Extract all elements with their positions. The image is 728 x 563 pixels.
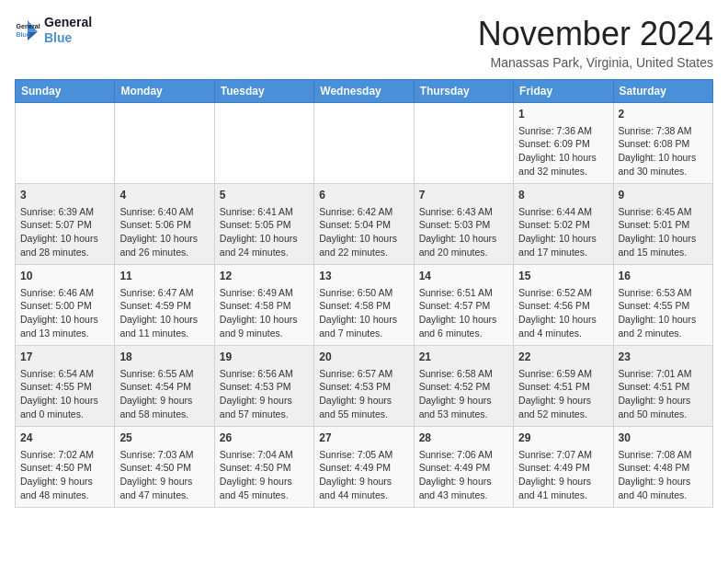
day-info: Daylight: 10 hours and 22 minutes. — [319, 232, 408, 259]
day-info: Daylight: 9 hours and 44 minutes. — [319, 475, 408, 501]
calendar-body: 1Sunrise: 7:36 AMSunset: 6:09 PMDaylight… — [16, 103, 713, 508]
day-info: Sunrise: 6:44 AM — [518, 205, 608, 219]
calendar-cell: 13Sunrise: 6:50 AMSunset: 4:58 PMDayligh… — [314, 265, 414, 346]
svg-text:Blue: Blue — [17, 31, 30, 38]
day-info: Sunset: 5:01 PM — [619, 218, 708, 232]
day-number: 9 — [619, 188, 708, 203]
calendar-cell: 17Sunrise: 6:54 AMSunset: 4:55 PMDayligh… — [16, 346, 115, 427]
logo: General Blue General Blue — [15, 15, 92, 46]
weekday-header-sunday: Sunday — [16, 80, 115, 103]
day-number: 11 — [119, 269, 209, 284]
day-number: 25 — [119, 431, 209, 446]
day-info: Sunrise: 7:38 AM — [619, 124, 708, 138]
day-number: 12 — [220, 269, 309, 284]
day-info: Daylight: 10 hours and 7 minutes. — [319, 313, 408, 339]
day-info: Daylight: 9 hours and 58 minutes. — [119, 394, 209, 420]
day-info: Sunrise: 6:53 AM — [619, 286, 708, 300]
calendar-cell — [214, 103, 313, 184]
day-info: Daylight: 10 hours and 20 minutes. — [419, 232, 508, 259]
day-info: Sunrise: 6:42 AM — [319, 205, 408, 219]
day-info: Daylight: 9 hours and 40 minutes. — [619, 475, 708, 501]
logo-text-line2: Blue — [44, 30, 92, 46]
weekday-header-saturday: Saturday — [613, 80, 712, 103]
calendar-cell — [115, 103, 214, 184]
day-info: Daylight: 10 hours and 13 minutes. — [20, 313, 109, 339]
day-info: Daylight: 9 hours and 43 minutes. — [419, 475, 508, 501]
day-info: Daylight: 9 hours and 52 minutes. — [518, 394, 608, 420]
day-info: Sunrise: 7:05 AM — [319, 448, 408, 462]
day-info: Daylight: 10 hours and 28 minutes. — [20, 232, 109, 259]
day-info: Sunset: 6:09 PM — [518, 137, 608, 151]
calendar-cell: 10Sunrise: 6:46 AMSunset: 5:00 PMDayligh… — [16, 265, 115, 346]
weekday-header-monday: Monday — [115, 80, 214, 103]
calendar-cell: 23Sunrise: 7:01 AMSunset: 4:51 PMDayligh… — [613, 346, 712, 427]
day-info: Daylight: 10 hours and 32 minutes. — [518, 151, 608, 178]
day-info: Sunset: 4:49 PM — [518, 461, 608, 475]
day-info: Sunset: 4:49 PM — [419, 461, 508, 475]
day-info: Daylight: 9 hours and 57 minutes. — [220, 394, 309, 420]
day-number: 19 — [220, 350, 309, 365]
day-number: 20 — [319, 350, 408, 365]
page-header: General Blue General Blue November 2024 … — [15, 15, 713, 70]
weekday-header-wednesday: Wednesday — [314, 80, 414, 103]
day-info: Sunrise: 6:59 AM — [518, 367, 608, 381]
calendar-cell: 16Sunrise: 6:53 AMSunset: 4:55 PMDayligh… — [613, 265, 712, 346]
calendar-cell: 7Sunrise: 6:43 AMSunset: 5:03 PMDaylight… — [414, 184, 513, 265]
calendar-cell: 12Sunrise: 6:49 AMSunset: 4:58 PMDayligh… — [214, 265, 313, 346]
day-number: 5 — [220, 188, 309, 203]
day-number: 18 — [119, 350, 209, 365]
day-info: Daylight: 10 hours and 11 minutes. — [119, 313, 209, 339]
day-info: Sunrise: 7:36 AM — [518, 124, 608, 138]
day-info: Sunset: 4:51 PM — [619, 380, 708, 394]
day-info: Sunrise: 7:02 AM — [20, 448, 109, 462]
calendar-cell: 19Sunrise: 6:56 AMSunset: 4:53 PMDayligh… — [214, 346, 313, 427]
calendar-header: SundayMondayTuesdayWednesdayThursdayFrid… — [16, 80, 713, 103]
day-info: Daylight: 9 hours and 47 minutes. — [119, 475, 209, 501]
day-info: Daylight: 10 hours and 6 minutes. — [419, 313, 508, 339]
weekday-header-friday: Friday — [514, 80, 613, 103]
calendar-cell: 24Sunrise: 7:02 AMSunset: 4:50 PMDayligh… — [16, 427, 115, 508]
calendar-cell: 28Sunrise: 7:06 AMSunset: 4:49 PMDayligh… — [414, 427, 513, 508]
day-info: Sunset: 4:53 PM — [319, 380, 408, 394]
logo-text-line1: General — [44, 15, 92, 30]
day-info: Sunset: 5:04 PM — [319, 218, 408, 232]
calendar-cell: 11Sunrise: 6:47 AMSunset: 4:59 PMDayligh… — [115, 265, 214, 346]
day-info: Sunset: 4:49 PM — [319, 461, 408, 475]
day-info: Sunset: 4:52 PM — [419, 380, 508, 394]
day-number: 16 — [619, 269, 708, 284]
day-info: Daylight: 10 hours and 9 minutes. — [220, 313, 309, 339]
location-text: Manassas Park, Virginia, United States — [478, 55, 713, 70]
day-number: 23 — [619, 350, 708, 365]
day-number: 27 — [319, 431, 408, 446]
day-info: Sunset: 6:08 PM — [619, 137, 708, 151]
day-info: Sunset: 4:59 PM — [119, 299, 209, 313]
calendar-week-row: 1Sunrise: 7:36 AMSunset: 6:09 PMDaylight… — [16, 103, 713, 184]
day-info: Sunset: 4:55 PM — [20, 380, 109, 394]
day-info: Sunset: 4:48 PM — [619, 461, 708, 475]
day-number: 10 — [20, 269, 109, 284]
day-info: Sunrise: 6:49 AM — [220, 286, 309, 300]
calendar-cell: 9Sunrise: 6:45 AMSunset: 5:01 PMDaylight… — [613, 184, 712, 265]
day-info: Sunset: 5:02 PM — [518, 218, 608, 232]
calendar-week-row: 24Sunrise: 7:02 AMSunset: 4:50 PMDayligh… — [16, 427, 713, 508]
day-info: Sunrise: 6:55 AM — [119, 367, 209, 381]
calendar-cell: 3Sunrise: 6:39 AMSunset: 5:07 PMDaylight… — [16, 184, 115, 265]
calendar-cell: 29Sunrise: 7:07 AMSunset: 4:49 PMDayligh… — [514, 427, 613, 508]
day-number: 3 — [20, 188, 109, 203]
day-info: Daylight: 10 hours and 0 minutes. — [20, 394, 109, 420]
day-info: Sunset: 4:56 PM — [518, 299, 608, 313]
weekday-header-row: SundayMondayTuesdayWednesdayThursdayFrid… — [16, 80, 713, 103]
day-info: Sunrise: 6:45 AM — [619, 205, 708, 219]
calendar-cell — [414, 103, 513, 184]
day-info: Sunrise: 7:06 AM — [419, 448, 508, 462]
day-number: 30 — [619, 431, 708, 446]
day-info: Sunset: 4:50 PM — [119, 461, 209, 475]
calendar-cell: 26Sunrise: 7:04 AMSunset: 4:50 PMDayligh… — [214, 427, 313, 508]
calendar-cell: 22Sunrise: 6:59 AMSunset: 4:51 PMDayligh… — [514, 346, 613, 427]
day-number: 14 — [419, 269, 508, 284]
svg-text:General: General — [17, 23, 40, 29]
day-info: Sunrise: 6:50 AM — [319, 286, 408, 300]
calendar-cell: 2Sunrise: 7:38 AMSunset: 6:08 PMDaylight… — [613, 103, 712, 184]
day-info: Sunrise: 6:56 AM — [220, 367, 309, 381]
day-number: 2 — [619, 107, 708, 122]
